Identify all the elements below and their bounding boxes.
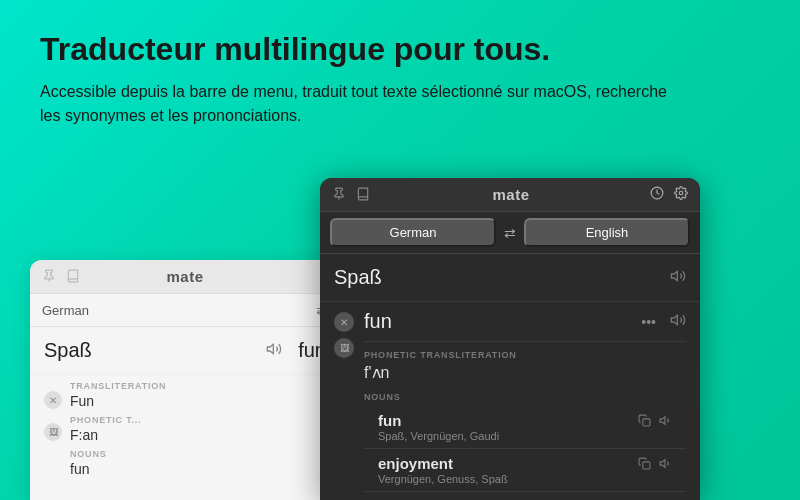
dark-nouns-section: NOUNS <box>364 384 686 406</box>
dark-source-lang-button[interactable]: German <box>330 218 496 247</box>
svg-marker-1 <box>268 344 274 353</box>
svg-rect-9 <box>643 462 650 469</box>
dark-more-dots[interactable]: ••• <box>641 314 656 330</box>
svg-marker-5 <box>671 271 677 280</box>
light-speaker-icon[interactable] <box>266 341 282 361</box>
light-titlebar-icons <box>42 269 82 285</box>
dark-close-button[interactable]: ✕ <box>334 312 354 332</box>
dark-speaker-translation[interactable] <box>670 312 686 332</box>
dark-noun-row-1: fun Spaß, Vergnügen, Gaudi <box>364 406 686 449</box>
copy-icon-1[interactable] <box>638 414 651 430</box>
light-window-title: mate <box>166 268 203 285</box>
dark-noun1-synonyms: Spaß, Vergnügen, Gaudi <box>378 430 638 442</box>
dark-noun2-word: enjoyment <box>378 455 638 472</box>
phonetic-trans-value: f'ʌn <box>364 363 686 382</box>
pin-icon[interactable] <box>42 269 58 285</box>
phonetic-value: F:an <box>70 427 326 443</box>
dark-titlebar: mate <box>320 178 700 212</box>
clock-icon[interactable] <box>650 186 664 203</box>
page-title: Traducteur multilingue pour tous. <box>40 30 760 68</box>
dark-word-row: Spaß <box>320 254 700 302</box>
dark-speaker-source[interactable] <box>670 268 686 288</box>
light-source-word: Spaß <box>44 339 92 362</box>
light-word-row: Spaß fun <box>30 327 340 375</box>
dark-noun2-synonyms: Vergnügen, Genuss, Spaß <box>378 473 638 485</box>
dark-noun1-icons <box>638 414 672 430</box>
dark-swap-icon[interactable]: ⇄ <box>504 225 516 241</box>
light-lang-bar: German ⇄ <box>30 294 340 327</box>
light-titlebar: mate <box>30 260 340 294</box>
svg-marker-6 <box>671 315 677 324</box>
dark-titlebar-right <box>650 186 688 203</box>
nouns-label-light: NOUNS <box>70 449 326 459</box>
svg-point-4 <box>679 191 683 195</box>
transliteration-label: TRANSLITERATION <box>70 381 326 391</box>
dark-titlebar-left <box>332 187 372 203</box>
svg-marker-8 <box>660 417 665 425</box>
sound-icon-2[interactable] <box>659 457 672 473</box>
hero-section: Traducteur multilingue pour tous. Access… <box>0 0 800 148</box>
dark-target-lang-button[interactable]: English <box>524 218 690 247</box>
svg-marker-10 <box>660 460 665 468</box>
dark-noun2-content: enjoyment Vergnügen, Genuss, Spaß <box>378 455 638 485</box>
dark-noun-row-2: enjoyment Vergnügen, Genuss, Spaß <box>364 449 686 492</box>
dark-pin-icon[interactable] <box>332 187 348 203</box>
hero-subtitle: Accessible depuis la barre de menu, trad… <box>40 80 680 128</box>
dark-window-title: mate <box>492 186 529 203</box>
dark-photo-button[interactable]: 🖼 <box>334 338 354 358</box>
book-icon[interactable] <box>66 269 82 285</box>
phonetic-trans-section: PHONETIC TRANSLITERATION f'ʌn <box>364 342 686 384</box>
phonetic-label: PHONETIC T... <box>70 415 326 425</box>
copy-icon-2[interactable] <box>638 457 651 473</box>
dark-noun1-content: fun Spaß, Vergnügen, Gaudi <box>378 412 638 442</box>
noun1-light: fun <box>70 461 326 477</box>
close-button[interactable]: ✕ <box>44 391 62 409</box>
dark-book-icon[interactable] <box>356 187 372 203</box>
dark-source-word: Spaß <box>334 266 382 289</box>
gear-icon[interactable] <box>674 186 688 203</box>
dark-noun1-word: fun <box>378 412 638 429</box>
dark-translation: fun <box>364 310 392 333</box>
window-light: mate German ⇄ Spaß fun ✕ 🖼 TRANSLITERATI… <box>30 260 340 500</box>
sound-icon-1[interactable] <box>659 414 672 430</box>
window-dark: mate German ⇄ English Spaß <box>320 178 700 500</box>
dark-lang-bar: German ⇄ English <box>320 212 700 254</box>
dark-noun2-icons <box>638 457 672 473</box>
phonetic-trans-label: PHONETIC TRANSLITERATION <box>364 350 686 360</box>
svg-rect-7 <box>643 419 650 426</box>
light-source-lang: German <box>42 303 89 318</box>
dark-nouns-label: NOUNS <box>364 392 686 402</box>
windows-container: mate German ⇄ Spaß fun ✕ 🖼 TRANSLITERATI… <box>30 178 800 500</box>
photo-button[interactable]: 🖼 <box>44 423 62 441</box>
transliteration-value: Fun <box>70 393 326 409</box>
